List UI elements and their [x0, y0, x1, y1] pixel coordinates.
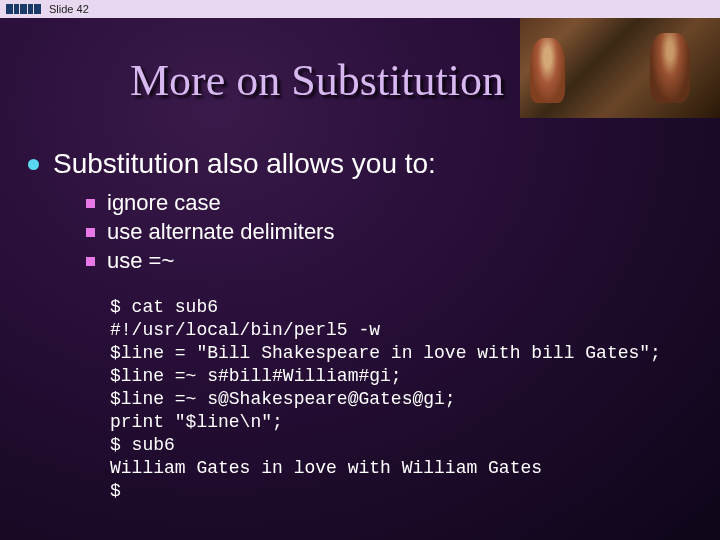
code-line: $	[110, 481, 121, 501]
code-line: William Gates in love with William Gates	[110, 458, 542, 478]
main-point-text: Substitution also allows you to:	[53, 148, 436, 180]
square-bullet-icon	[86, 228, 95, 237]
code-line: $line =~ s#bill#William#gi;	[110, 366, 402, 386]
bullet-level1: Substitution also allows you to:	[28, 148, 700, 180]
slide-title: More on Substitution	[130, 55, 504, 106]
code-line: $line =~ s@Shakespeare@Gates@gi;	[110, 389, 456, 409]
code-line: $ sub6	[110, 435, 175, 455]
code-line: #!/usr/local/bin/perl5 -w	[110, 320, 380, 340]
bullet-level2: use alternate delimiters	[86, 219, 700, 245]
sub-bullet-list: ignore case use alternate delimiters use…	[86, 190, 700, 274]
logo	[6, 4, 41, 14]
top-bar: Slide 42	[0, 0, 720, 18]
code-example: $ cat sub6 #!/usr/local/bin/perl5 -w $li…	[110, 296, 700, 503]
code-line: $ cat sub6	[110, 297, 218, 317]
sub-point-text: use =~	[107, 248, 174, 274]
code-line: print "$line\n";	[110, 412, 283, 432]
disc-bullet-icon	[28, 159, 39, 170]
bullet-level2: ignore case	[86, 190, 700, 216]
square-bullet-icon	[86, 257, 95, 266]
sub-point-text: ignore case	[107, 190, 221, 216]
decorative-painting	[520, 18, 720, 118]
bullet-level2: use =~	[86, 248, 700, 274]
square-bullet-icon	[86, 199, 95, 208]
code-line: $line = "Bill Shakespeare in love with b…	[110, 343, 661, 363]
slide-number: Slide 42	[49, 3, 89, 15]
slide-content: Substitution also allows you to: ignore …	[28, 148, 700, 503]
sub-point-text: use alternate delimiters	[107, 219, 334, 245]
